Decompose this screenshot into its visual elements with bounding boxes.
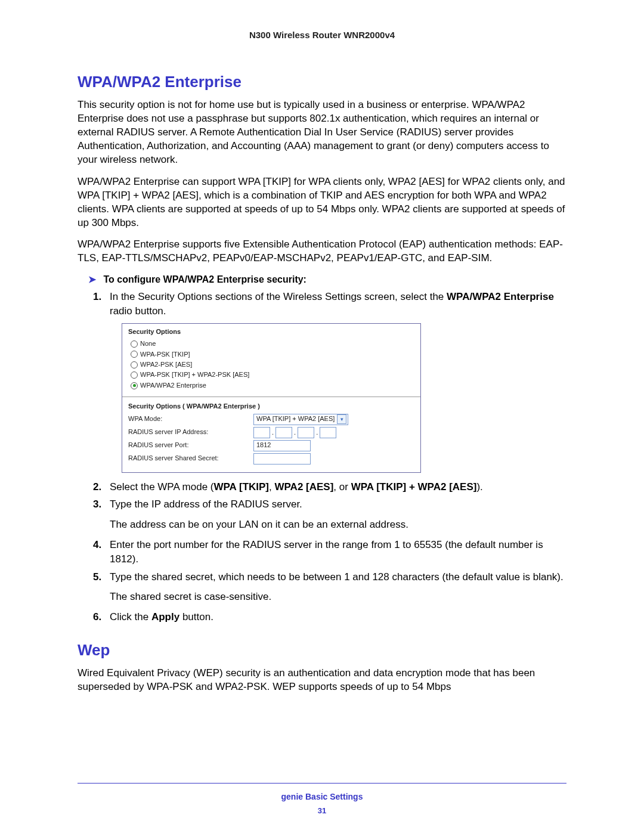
paragraph: WPA/WPA2 Enterprise supports five Extens…	[78, 238, 566, 265]
security-options-group: Security Options None WPA-PSK [TKIP] WPA…	[122, 324, 420, 397]
radio-icon	[131, 340, 138, 348]
radio-wpa2-psk-aes[interactable]: WPA2-PSK [AES]	[128, 360, 414, 370]
radio-label: WPA/WPA2 Enterprise	[140, 381, 206, 390]
step-text: Type the shared secret, which needs to b…	[110, 571, 564, 583]
enterprise-settings-title: Security Options ( WPA/WPA2 Enterprise )	[128, 402, 414, 411]
ip-dot: .	[315, 428, 318, 438]
radio-icon	[131, 351, 138, 358]
section-title-wpa-enterprise: WPA/WPA2 Enterprise	[78, 73, 566, 91]
section-title-wep: Wep	[78, 641, 566, 659]
label-radius-port: RADIUS server Port:	[128, 441, 253, 450]
chevron-right-icon: ➤	[88, 274, 96, 284]
steps-list: In the Security Options sections of the …	[78, 290, 566, 624]
step-text: radio button.	[110, 305, 166, 317]
radio-wpa-wpa2-psk-combo[interactable]: WPA-PSK [TKIP] + WPA2-PSK [AES]	[128, 370, 414, 380]
step-item: In the Security Options sections of the …	[110, 290, 566, 472]
radio-label: WPA2-PSK [AES]	[140, 360, 192, 369]
footer-title: genie Basic Settings	[0, 792, 644, 801]
step-text: ).	[476, 481, 482, 493]
radio-label: WPA-PSK [TKIP]	[140, 350, 190, 359]
task-title: To configure WPA/WPA2 Enterprise securit…	[103, 274, 306, 284]
ip-dot: .	[271, 428, 274, 438]
label-wpa-mode: WPA Mode:	[128, 414, 253, 423]
select-value: WPA [TKIP] + WPA2 [AES]	[256, 414, 335, 423]
radio-label: None	[140, 339, 156, 348]
step-item: Enter the port number for the RADIUS ser…	[110, 538, 566, 566]
footer-page-number: 31	[0, 806, 644, 815]
label-radius-ip: RADIUS server IP Address:	[128, 428, 253, 436]
security-options-title: Security Options	[128, 327, 414, 336]
label-radius-secret: RADIUS server Shared Secret:	[128, 454, 253, 463]
paragraph: Wired Equivalent Privacy (WEP) security …	[78, 667, 566, 694]
input-radius-port[interactable]: 1812	[253, 440, 311, 451]
security-options-figure: Security Options None WPA-PSK [TKIP] WPA…	[122, 323, 421, 473]
step-text: Type the IP address of the RADIUS server…	[110, 498, 302, 510]
ip-octet-input[interactable]	[275, 427, 292, 438]
step-item: Type the shared secret, which needs to b…	[110, 570, 566, 605]
step-text: button.	[179, 611, 213, 623]
footer-rule	[78, 783, 566, 784]
enterprise-settings-group: Security Options ( WPA/WPA2 Enterprise )…	[122, 397, 420, 472]
step-text: Enter the port number for the RADIUS ser…	[110, 539, 543, 565]
ip-octet-input[interactable]	[298, 427, 314, 438]
row-wpa-mode: WPA Mode: WPA [TKIP] + WPA2 [AES] ▾	[128, 414, 414, 425]
paragraph: WPA/WPA2 Enterprise can support WPA [TKI…	[78, 175, 566, 230]
paragraph: This security option is not for home use…	[78, 98, 566, 167]
row-radius-secret: RADIUS server Shared Secret:	[128, 453, 414, 465]
chevron-down-icon: ▾	[337, 414, 346, 424]
step-item: Type the IP address of the RADIUS server…	[110, 497, 566, 532]
ip-dot: .	[293, 428, 296, 438]
step-text: Select the WPA mode (	[110, 481, 213, 493]
radio-wpa-psk-tkip[interactable]: WPA-PSK [TKIP]	[128, 349, 414, 360]
input-radius-secret[interactable]	[253, 453, 311, 465]
document-header: N300 Wireless Router WNR2000v4	[78, 30, 566, 40]
step-item: Click the Apply button.	[110, 610, 566, 624]
step-text: Click the	[110, 611, 151, 623]
step-subtext: The shared secret is case-sensitive.	[110, 590, 566, 604]
radio-wpa-wpa2-enterprise[interactable]: WPA/WPA2 Enterprise	[128, 380, 414, 391]
step-bold: Apply	[151, 611, 179, 623]
row-radius-ip: RADIUS server IP Address: . . .	[128, 427, 414, 438]
row-radius-port: RADIUS server Port: 1812	[128, 440, 414, 451]
radio-label: WPA-PSK [TKIP] + WPA2-PSK [AES]	[140, 370, 249, 379]
radio-icon-checked	[131, 382, 138, 389]
step-bold: WPA/WPA2 Enterprise	[447, 291, 554, 302]
step-bold: WPA2 [AES]	[274, 481, 333, 493]
ip-octet-input[interactable]	[253, 427, 270, 438]
step-subtext: The address can be on your LAN on it can…	[110, 518, 566, 532]
radio-icon	[131, 361, 138, 368]
step-bold: WPA [TKIP] + WPA2 [AES]	[351, 481, 477, 493]
input-radius-ip[interactable]: . . .	[253, 427, 336, 438]
page-footer: genie Basic Settings 31	[0, 783, 644, 815]
ip-octet-input[interactable]	[320, 427, 336, 438]
step-item: Select the WPA mode (WPA [TKIP], WPA2 [A…	[110, 480, 566, 494]
step-bold: WPA [TKIP]	[213, 481, 269, 493]
step-text: , or	[333, 481, 351, 493]
select-wpa-mode[interactable]: WPA [TKIP] + WPA2 [AES] ▾	[253, 414, 348, 425]
radio-none[interactable]: None	[128, 339, 414, 349]
page: N300 Wireless Router WNR2000v4 WPA/WPA2 …	[0, 0, 644, 833]
task-heading: ➤ To configure WPA/WPA2 Enterprise secur…	[88, 274, 566, 285]
step-text: In the Security Options sections of the …	[110, 291, 447, 302]
radio-icon	[131, 371, 138, 379]
